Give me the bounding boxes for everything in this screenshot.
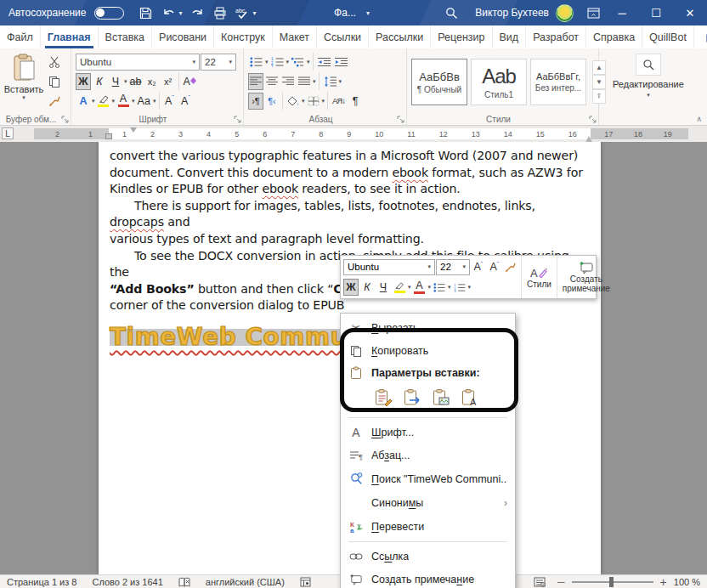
save-icon[interactable] bbox=[134, 0, 157, 25]
bullets-chevron-icon[interactable]: ▾ bbox=[265, 59, 269, 65]
decrease-indent-button[interactable] bbox=[316, 54, 332, 71]
highlight-chevron-icon[interactable]: ▾ bbox=[112, 98, 116, 105]
collapse-ribbon-button[interactable]: ∧ bbox=[696, 115, 702, 123]
close-button[interactable]: ✕ bbox=[673, 0, 707, 25]
share-button[interactable]: Поделиться bbox=[694, 25, 707, 48]
editing-menu-button[interactable]: Редактирование ▾ bbox=[599, 48, 698, 125]
tab-stop-selector[interactable]: L bbox=[2, 127, 14, 139]
bullets-button[interactable] bbox=[248, 54, 264, 71]
highlight-button[interactable] bbox=[96, 93, 111, 110]
tab-quillbot[interactable]: QuillBot bbox=[642, 25, 694, 48]
mini-bold-button[interactable]: Ж bbox=[343, 279, 359, 296]
zoom-in-button[interactable]: + bbox=[660, 578, 667, 586]
search-icon[interactable] bbox=[440, 0, 463, 25]
show-formatting-marks-button[interactable]: ¶ bbox=[348, 93, 363, 110]
proofing-errors-icon[interactable] bbox=[178, 577, 190, 587]
multilevel-list-button[interactable] bbox=[290, 54, 306, 71]
shading-chevron-icon[interactable]: ▾ bbox=[302, 98, 305, 105]
mini-italic-button[interactable]: К bbox=[359, 279, 375, 296]
rtl-direction-button[interactable]: ¶‹ bbox=[264, 93, 280, 110]
document-title[interactable]: Фа... bbox=[334, 7, 356, 19]
font-color-chevron-icon[interactable]: ▾ bbox=[132, 98, 135, 105]
zoom-out-button[interactable]: ─ bbox=[557, 578, 565, 586]
line-spacing-button[interactable] bbox=[322, 73, 338, 90]
first-line-indent-marker[interactable] bbox=[130, 127, 137, 136]
mini-numbering-button[interactable]: 123 bbox=[452, 279, 467, 296]
user-avatar[interactable] bbox=[556, 4, 574, 22]
text-effects-chevron-icon[interactable]: ▾ bbox=[92, 98, 95, 105]
mini-shrink-font-button[interactable]: Аˇ bbox=[487, 258, 502, 275]
shrink-font-button[interactable]: Аˇ bbox=[178, 93, 194, 110]
mini-numbering-chevron-icon[interactable]: ▾ bbox=[468, 284, 472, 291]
change-case-button[interactable]: Аа bbox=[136, 93, 152, 110]
undo-icon[interactable] bbox=[157, 0, 180, 25]
tab-mailings[interactable]: Рассылки bbox=[369, 25, 431, 48]
focus-mode-icon[interactable]: e bbox=[534, 577, 546, 587]
tab-review[interactable]: Рецензир bbox=[431, 25, 492, 48]
mini-bullets-button[interactable] bbox=[432, 279, 447, 296]
format-painter-button[interactable] bbox=[45, 93, 64, 110]
align-left-button[interactable] bbox=[248, 73, 263, 90]
menu-item-copy[interactable]: Копировать bbox=[342, 339, 514, 362]
page-indicator[interactable]: Страница 1 из 8 bbox=[7, 577, 76, 587]
paste-button[interactable]: Вставить ▾ bbox=[4, 52, 43, 112]
menu-item-paragraph[interactable]: ¶ Абзац... bbox=[342, 444, 514, 466]
tab-references[interactable]: Ссылки bbox=[317, 25, 369, 48]
borders-button[interactable] bbox=[306, 93, 321, 110]
menu-item-search[interactable]: i Поиск "TimeWeb Communi..." bbox=[342, 466, 514, 491]
tab-developer[interactable]: Разработ bbox=[526, 25, 586, 48]
text-effects-button[interactable]: А bbox=[76, 93, 91, 110]
zoom-slider-thumb[interactable] bbox=[609, 577, 614, 587]
mini-highlight-button[interactable] bbox=[392, 279, 407, 296]
copy-button[interactable] bbox=[45, 73, 64, 90]
language-indicator[interactable]: английский (США) bbox=[206, 577, 285, 587]
mini-bullets-chevron-icon[interactable]: ▾ bbox=[448, 284, 451, 291]
numbering-chevron-icon[interactable]: ▾ bbox=[286, 59, 290, 65]
tab-home[interactable]: Главная bbox=[41, 25, 99, 48]
menu-item-link[interactable]: Ссылка bbox=[342, 545, 514, 568]
right-indent-marker[interactable] bbox=[585, 133, 592, 142]
change-case-chevron-icon[interactable]: ▾ bbox=[153, 98, 156, 105]
title-chevron-icon[interactable]: ▾ bbox=[366, 9, 370, 17]
zoom-slider[interactable] bbox=[572, 581, 653, 583]
tab-design[interactable]: Конструк bbox=[214, 25, 273, 48]
increase-indent-button[interactable] bbox=[333, 54, 349, 71]
mini-format-painter-button[interactable] bbox=[503, 258, 518, 275]
paste-picture-button[interactable] bbox=[429, 386, 452, 409]
undo-chevron-icon[interactable]: ▾ bbox=[178, 9, 182, 17]
mini-styles-button[interactable]: А˅ Стили bbox=[521, 256, 557, 298]
mini-highlight-chevron-icon[interactable]: ▾ bbox=[408, 284, 411, 291]
menu-item-cut[interactable]: ✂ Вырезать bbox=[342, 316, 514, 339]
sort-button[interactable]: АЯ↓ bbox=[331, 93, 347, 110]
styles-scroll-up[interactable]: ▲ bbox=[592, 60, 606, 75]
style-no-spacing[interactable]: АаБбВвГг, Без интер... bbox=[530, 59, 586, 105]
italic-button[interactable]: К bbox=[92, 73, 107, 90]
tab-file[interactable]: Файл bbox=[0, 25, 41, 48]
styles-gallery-expand[interactable]: ⍒ bbox=[592, 89, 606, 104]
macro-recording-icon[interactable] bbox=[300, 577, 311, 587]
cut-button[interactable] bbox=[45, 54, 64, 71]
subscript-button[interactable]: x₂ bbox=[144, 73, 160, 90]
zoom-level[interactable]: 100 % bbox=[674, 577, 700, 587]
borders-chevron-icon[interactable]: ▾ bbox=[322, 98, 325, 105]
tab-help[interactable]: Справка bbox=[586, 25, 642, 48]
menu-item-new-comment[interactable]: Создать примечание bbox=[342, 568, 514, 588]
tab-insert[interactable]: Вставка bbox=[99, 25, 152, 48]
paste-keep-source-formatting-button[interactable] bbox=[371, 386, 394, 409]
justify-button[interactable] bbox=[297, 73, 312, 90]
maximize-button[interactable]: ☐ bbox=[639, 0, 673, 25]
tab-layout[interactable]: Макет bbox=[273, 25, 317, 48]
word-count[interactable]: Слово 2 из 1641 bbox=[92, 577, 162, 587]
mini-font-size-combo[interactable]: 22▾ bbox=[436, 259, 470, 275]
paste-text-only-button[interactable]: A bbox=[458, 386, 481, 409]
multilevel-chevron-icon[interactable]: ▾ bbox=[307, 59, 310, 65]
style-style1[interactable]: Aab Стиль1 bbox=[471, 59, 527, 105]
mini-font-name-combo[interactable]: Ubuntu▾ bbox=[343, 259, 435, 275]
style-normal[interactable]: АаБбВв ¶ Обычный bbox=[411, 59, 467, 105]
styles-dialog-launcher[interactable] bbox=[589, 116, 597, 123]
clear-formatting-button[interactable]: А bbox=[182, 73, 198, 90]
justify-chevron-icon[interactable]: ▾ bbox=[313, 78, 316, 85]
paragraph-dialog-launcher[interactable] bbox=[397, 116, 404, 123]
numbering-button[interactable]: 123 bbox=[269, 54, 286, 71]
left-indent-marker[interactable] bbox=[105, 133, 112, 139]
